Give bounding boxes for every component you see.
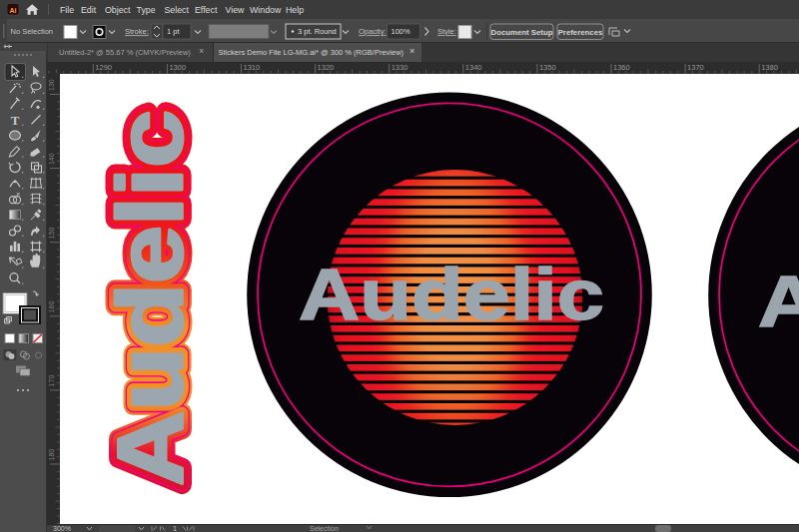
- svg-text:Selection: Selection: [310, 525, 339, 532]
- svg-text:1360: 1360: [613, 63, 630, 72]
- svg-text:300%: 300%: [53, 525, 71, 532]
- svg-text:1: 1: [173, 525, 177, 532]
- svg-text:180: 180: [48, 449, 55, 461]
- svg-text:170: 170: [48, 375, 55, 387]
- svg-text:140: 140: [48, 153, 55, 165]
- svg-text:160: 160: [48, 301, 55, 313]
- svg-text:1330: 1330: [392, 63, 408, 72]
- svg-text:1290: 1290: [95, 63, 112, 72]
- svg-text:1350: 1350: [539, 63, 556, 72]
- svg-text:1310: 1310: [244, 63, 261, 72]
- svg-text:1340: 1340: [465, 63, 482, 72]
- svg-text:1300: 1300: [169, 63, 186, 72]
- svg-text:130: 130: [48, 79, 55, 91]
- svg-text:1380: 1380: [761, 63, 778, 72]
- svg-text:1370: 1370: [687, 63, 704, 72]
- svg-text:1320: 1320: [318, 63, 335, 72]
- svg-text:150: 150: [48, 227, 55, 239]
